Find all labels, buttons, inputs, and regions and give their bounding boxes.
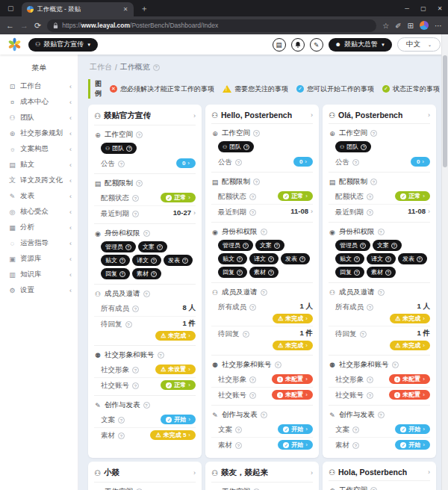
card-header[interactable]: ⚇小燚› [94, 466, 196, 482]
help-icon[interactable]: ? [158, 352, 164, 359]
help-icon[interactable]: ? [391, 243, 397, 249]
collections-icon[interactable]: ✐ [395, 22, 401, 30]
help-icon[interactable]: ? [235, 442, 242, 449]
row-value[interactable]: 10-27› [173, 208, 196, 217]
help-icon[interactable]: ? [385, 270, 391, 276]
help-icon[interactable]: ? [352, 442, 359, 449]
sidebar-item[interactable]: ☼文案构思‹ [0, 141, 78, 157]
help-icon[interactable]: ? [136, 180, 143, 187]
forward-icon[interactable]: → [20, 21, 28, 30]
sidebar-item[interactable]: ✎发表‹ [0, 188, 78, 204]
status-pill-error[interactable]: !未配置› [389, 390, 430, 400]
status-pill-start[interactable]: ✓开始› [395, 424, 430, 434]
help-icon[interactable]: ? [378, 412, 385, 418]
browser-profile-avatar[interactable] [420, 21, 429, 30]
status-pill-warn[interactable]: ⚠未完成 5› [150, 430, 196, 440]
help-icon[interactable]: ? [367, 193, 373, 200]
status-pill-start[interactable]: ✓开始› [278, 424, 313, 434]
help-icon[interactable]: ? [151, 258, 157, 264]
sidebar-item[interactable]: 文译文及跨文化‹ [0, 173, 78, 188]
language-selector[interactable]: 中文 ⌄ [397, 37, 441, 52]
status-pill-count[interactable]: 0› [411, 157, 430, 167]
help-icon[interactable]: ? [243, 331, 249, 338]
card-header[interactable]: ⚇Olá, Posterbench› [329, 109, 430, 123]
help-icon[interactable]: ? [151, 271, 157, 277]
sidebar-item[interactable]: ⚙设置‹ [0, 282, 78, 298]
sidebar-item[interactable]: ◌运营指导‹ [0, 235, 78, 251]
scrollbar-thumb[interactable] [443, 55, 447, 167]
status-pill-ok[interactable]: ✓正常› [278, 191, 313, 201]
help-icon[interactable]: ? [360, 331, 367, 338]
help-icon[interactable]: ? [118, 417, 125, 424]
status-pill-start[interactable]: ✓开始› [278, 440, 313, 450]
help-icon[interactable]: ? [237, 256, 243, 262]
help-icon[interactable]: ? [237, 270, 243, 276]
refresh-icon[interactable]: ⟳ [34, 21, 41, 31]
help-icon[interactable]: ? [243, 144, 249, 150]
help-icon[interactable]: ? [132, 367, 139, 373]
help-icon[interactable]: ? [235, 427, 242, 433]
help-icon[interactable]: ? [143, 230, 150, 237]
more-menu-icon[interactable]: ⋯ [435, 22, 442, 30]
card-header[interactable]: ⚇燚贴官方宣传› [94, 109, 196, 125]
status-pill-warn[interactable]: ⚠未完成› [390, 314, 430, 323]
help-icon[interactable]: ? [126, 146, 132, 152]
help-icon[interactable]: ? [253, 179, 260, 185]
help-icon[interactable]: ? [299, 256, 305, 262]
sidebar-item[interactable]: ▥知识库‹ [0, 267, 78, 282]
status-pill-ok[interactable]: ✓正常› [161, 193, 196, 202]
browser-tab[interactable]: 工作概览 - 燚贴 ✕ [22, 2, 134, 16]
help-icon[interactable]: ? [249, 193, 256, 200]
window-maximize-button[interactable]: ▢ [415, 5, 432, 12]
window-minimize-button[interactable]: ─ [399, 5, 415, 12]
back-icon[interactable]: ← [6, 21, 14, 30]
help-icon[interactable]: ? [253, 130, 260, 137]
help-icon[interactable]: ? [352, 427, 359, 433]
status-pill-ok[interactable]: ✓正常› [395, 191, 430, 201]
help-icon[interactable]: ? [249, 304, 256, 311]
help-icon[interactable]: ? [367, 304, 373, 311]
sidebar-item[interactable]: ▣资源库‹ [0, 251, 78, 267]
help-icon[interactable]: ? [261, 412, 267, 418]
help-icon[interactable]: ? [367, 376, 373, 383]
status-pill-start[interactable]: ✓开始› [161, 415, 196, 424]
notifications-bell-button[interactable] [291, 38, 305, 52]
tab-actions-icon[interactable]: ▢ [4, 4, 17, 12]
help-icon[interactable]: ? [378, 229, 385, 235]
row-value[interactable]: 11-08› [290, 207, 313, 215]
help-icon[interactable]: ? [261, 229, 267, 235]
status-pill-count[interactable]: 0› [176, 158, 196, 168]
card-header[interactable]: ⚇Hello, Posterbench› [211, 109, 313, 123]
help-icon[interactable]: ? [370, 130, 377, 137]
help-icon[interactable]: ? [361, 144, 367, 150]
help-icon[interactable]: ? [261, 289, 267, 296]
window-close-button[interactable]: ✕ [432, 5, 448, 12]
help-icon[interactable]: ? [274, 243, 280, 249]
help-icon[interactable]: ? [367, 209, 373, 216]
user-menu-button[interactable]: ☻ 燚贴大总管 ▼ [329, 38, 392, 52]
help-icon[interactable]: ? [125, 321, 132, 328]
help-icon[interactable]: ? [370, 179, 377, 185]
help-icon[interactable]: ? [385, 256, 391, 262]
help-icon[interactable]: ? [268, 256, 274, 262]
help-icon[interactable]: ? [378, 289, 385, 296]
sidebar-item[interactable]: ▤贴文‹ [0, 157, 78, 173]
help-icon[interactable]: ? [417, 256, 423, 262]
help-icon[interactable]: ? [370, 487, 377, 490]
status-pill-ok[interactable]: ✓正常› [161, 380, 196, 390]
sidebar-item[interactable]: ⊡工作台‹ [0, 78, 78, 94]
sidebar-item[interactable]: ▦分析‹ [0, 220, 78, 235]
help-icon[interactable]: ? [249, 209, 256, 216]
status-pill-warn[interactable]: ⚠未完成› [273, 341, 313, 350]
help-icon[interactable]: ? [235, 159, 242, 166]
favorites-star-icon[interactable]: ☆ [382, 22, 389, 30]
help-icon[interactable]: ? [249, 392, 256, 399]
row-value[interactable]: 11-08› [408, 207, 430, 215]
help-icon[interactable]: ? [354, 270, 360, 276]
status-pill-error[interactable]: !未配置› [272, 374, 313, 384]
help-icon[interactable]: ? [275, 362, 281, 368]
status-pill-warn[interactable]: ⚠未完成› [390, 341, 430, 350]
sidebar-item[interactable]: ◎核心受众‹ [0, 204, 78, 220]
card-header[interactable]: ⚇燚友，燚起来› [211, 466, 313, 482]
help-icon[interactable]: ? [157, 244, 163, 250]
